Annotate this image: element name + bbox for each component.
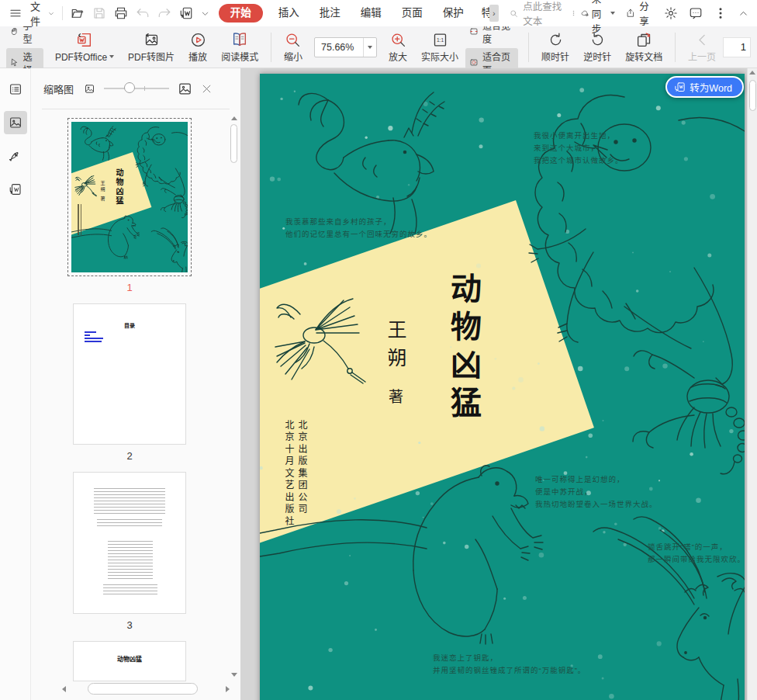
thumb-size-slider[interactable]	[104, 88, 169, 89]
panel-hscroll-thumb[interactable]	[88, 683, 198, 695]
rotate-doc-button[interactable]: 旋转文档	[618, 29, 669, 65]
sync-dropdown-caret	[610, 12, 615, 15]
save-button[interactable]	[88, 3, 110, 23]
export-panel-button[interactable]	[4, 178, 27, 201]
pdf-to-office-label: PDF转Office	[55, 50, 107, 63]
export-doc-icon	[9, 182, 22, 196]
document-area[interactable]: 转为Word 我很小便离开出生地， 来到这个大城市， 我把这个城市认做故乡。 我…	[240, 68, 757, 700]
more-button[interactable]	[710, 3, 731, 23]
pdf-page-1[interactable]: 我很小便离开出生地， 来到这个大城市， 我把这个城市认做故乡。 我羡慕那些来自乡…	[260, 74, 745, 700]
thumbnail-page-2[interactable]: 目录	[73, 303, 186, 445]
thumbnail-page-1[interactable]: 动物凶猛 王朔 著	[67, 118, 192, 276]
tab-overflow-button[interactable]: ›	[489, 5, 498, 22]
mini-cover-author: 王朔 著	[99, 181, 106, 203]
thumbnail-page-4[interactable]: 动物凶猛	[73, 641, 186, 681]
sync-status-button[interactable]: 未同步	[577, 3, 620, 23]
zoom-out-icon	[285, 32, 301, 48]
open-folder-icon	[71, 6, 85, 20]
document-scrollbar[interactable]	[747, 68, 757, 700]
panel-title: 缩略图	[43, 81, 74, 96]
tab-page[interactable]: 页面	[392, 0, 433, 26]
zoom-combo-arrow[interactable]	[363, 38, 376, 57]
tab-insert[interactable]: 插入	[268, 0, 309, 26]
pdf-to-image-button[interactable]: PDF转图片	[121, 29, 181, 65]
slider-knob[interactable]	[124, 82, 135, 93]
printer-icon	[114, 6, 128, 20]
comment-icon	[689, 6, 703, 20]
zoom-out-label: 缩小	[284, 50, 302, 63]
annotation-panel-button[interactable]	[4, 144, 27, 168]
thumb-size-large-icon[interactable]	[178, 81, 192, 96]
thumb-size-small-icon[interactable]	[84, 83, 95, 95]
collapse-ribbon-button[interactable]	[735, 3, 752, 23]
cloud-unsynced-icon	[581, 6, 589, 20]
rotate-doc-icon	[636, 32, 652, 48]
divider	[675, 33, 676, 62]
actual-size-label: 实际大小	[421, 50, 458, 63]
close-panel-icon[interactable]	[201, 83, 213, 95]
zoom-level-combo[interactable]: 75.66%	[314, 37, 377, 57]
tab-edit[interactable]: 编辑	[351, 0, 392, 26]
tab-features[interactable]: 特色	[474, 0, 490, 26]
convert-to-word-button[interactable]: 转为Word	[665, 76, 744, 98]
undo-button[interactable]	[132, 3, 154, 23]
play-button[interactable]: 播放	[181, 29, 214, 65]
rotate-cw-label: 顺时针	[541, 50, 569, 63]
publisher-block: 北京出版集团公司 北京十月文艺出版社	[282, 420, 308, 528]
chevron-up-icon	[738, 9, 748, 19]
page-number-input[interactable]	[723, 37, 751, 57]
tab-home[interactable]: 开始	[219, 4, 263, 23]
search-box[interactable]: 点此查找文本	[510, 0, 577, 28]
pen-icon	[9, 149, 22, 163]
panel-vertical-scrollbar[interactable]	[230, 116, 239, 677]
cover-quote-5: 我迷恋上了钥匙， 并用坚韧的钢丝锉成了所谓的“万能钥匙”。	[433, 652, 586, 677]
mini-publisher-placeholder	[78, 204, 81, 235]
panel-header-divider	[42, 109, 230, 109]
redo-button[interactable]	[154, 3, 175, 23]
play-label: 播放	[188, 50, 207, 63]
zoom-in-button[interactable]: 放大	[382, 29, 414, 65]
scroll-right-arrow[interactable]	[226, 686, 230, 692]
rotate-doc-label: 旋转文档	[625, 50, 662, 63]
doc-scroll-up-arrow[interactable]	[749, 71, 755, 75]
thumbnail-page-number: 1	[126, 282, 132, 293]
publisher-line-2: 北京十月文艺出版社	[282, 420, 295, 528]
panel-horizontal-scrollbar[interactable]	[62, 683, 230, 695]
tab-comment[interactable]: 批注	[309, 0, 351, 26]
panel-scroll-thumb[interactable]	[230, 124, 237, 163]
fit-page-icon	[469, 57, 479, 68]
hand-icon	[10, 26, 19, 37]
pdf-to-office-button[interactable]: PDF转Office	[48, 29, 121, 65]
feedback-button[interactable]	[685, 3, 707, 23]
search-icon	[510, 8, 518, 19]
save-icon	[92, 6, 106, 20]
actual-size-button[interactable]: 1:1 实际大小	[414, 29, 465, 65]
divider	[62, 6, 63, 20]
main-menu-button[interactable]	[5, 3, 26, 23]
zoom-out-button[interactable]: 缩小	[277, 29, 309, 65]
thumbnail-list: 动物凶猛 王朔 著 1 目录 2 3	[31, 118, 228, 681]
file-menu[interactable]: 文件	[26, 3, 58, 23]
share-button[interactable]: 分享	[622, 3, 657, 23]
scroll-up-arrow[interactable]	[231, 116, 237, 120]
settings-button[interactable]	[660, 3, 682, 23]
thumbnail-page-3[interactable]	[73, 472, 186, 613]
thumbnails-panel-button[interactable]	[4, 111, 27, 134]
tab-protect[interactable]: 保护	[433, 0, 474, 26]
print-button[interactable]	[110, 3, 132, 23]
prev-page-button[interactable]: 上一页	[681, 29, 723, 65]
rotate-cw-button[interactable]: 顺时针	[534, 29, 576, 65]
outline-panel-button[interactable]	[4, 78, 27, 101]
quick-access-dropdown[interactable]	[197, 3, 213, 23]
open-file-button[interactable]	[67, 3, 88, 23]
scroll-down-arrow[interactable]	[231, 673, 237, 677]
cover-quote-4: 锁舌跳开“嗒”的一声， 那一瞬间带给我无限欢欣。	[648, 541, 745, 566]
reading-mode-icon	[231, 31, 248, 48]
pdf-to-image-icon	[143, 32, 160, 48]
doc-scroll-thumb[interactable]	[749, 80, 756, 111]
cover-quote-1: 我很小便离开出生地， 来到这个大城市， 我把这个城市认做故乡。	[534, 130, 624, 167]
reading-mode-button[interactable]: 阅读模式	[214, 29, 265, 65]
scroll-left-arrow[interactable]	[62, 686, 66, 692]
export-word-quick-button[interactable]	[175, 3, 197, 23]
chevron-down-icon	[48, 9, 54, 18]
